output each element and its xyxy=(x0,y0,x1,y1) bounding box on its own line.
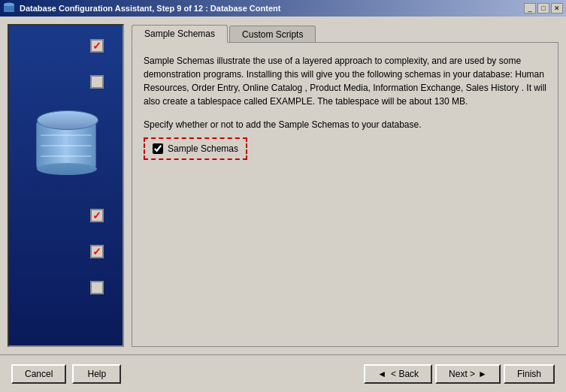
app-icon xyxy=(3,2,15,14)
bottom-right-buttons: ◄ < Back Next > ► Finish xyxy=(364,364,555,384)
right-panel: Sample Schemas Custom Scripts Sample Sch… xyxy=(132,24,558,347)
window-controls: _ □ ✕ xyxy=(524,3,563,14)
next-label: Next > xyxy=(449,369,475,379)
tab-content: Sample Schemas illustrate the use of a l… xyxy=(132,42,558,347)
step-item-3 xyxy=(17,209,115,222)
sample-schemas-checkbox[interactable] xyxy=(153,143,163,154)
step-item-2 xyxy=(17,75,115,89)
step-indicators xyxy=(9,39,123,294)
step-item-4 xyxy=(17,245,115,258)
finish-button[interactable]: Finish xyxy=(504,364,555,384)
svg-point-1 xyxy=(4,3,14,7)
step-item-5 xyxy=(17,281,115,294)
cancel-button[interactable]: Cancel xyxy=(11,364,66,384)
tab-custom-scripts[interactable]: Custom Scripts xyxy=(229,26,316,43)
back-button[interactable]: ◄ < Back xyxy=(364,364,432,384)
database-icon xyxy=(36,119,96,186)
help-button[interactable]: Help xyxy=(72,364,121,384)
tab-bar: Sample Schemas Custom Scripts xyxy=(132,24,558,42)
window-title: Database Configuration Assistant, Step 9… xyxy=(20,4,280,13)
next-button[interactable]: Next > ► xyxy=(435,364,501,384)
step-checkbox-2 xyxy=(90,75,104,89)
maximize-button[interactable]: □ xyxy=(537,3,549,14)
step-checkbox-5 xyxy=(90,281,104,294)
left-panel xyxy=(8,24,124,347)
step-item-1 xyxy=(17,39,115,53)
description-text: Sample Schemas illustrate the use of a l… xyxy=(144,54,546,108)
tab-sample-schemas[interactable]: Sample Schemas xyxy=(132,25,228,43)
minimize-button[interactable]: _ xyxy=(524,3,536,14)
sample-schemas-checkbox-area: Sample Schemas xyxy=(144,137,247,160)
sample-schemas-label[interactable]: Sample Schemas xyxy=(153,143,238,154)
step-checkbox-1 xyxy=(90,39,104,53)
step-checkbox-3 xyxy=(90,209,104,222)
next-arrow-icon: ► xyxy=(478,369,487,379)
bottom-left-buttons: Cancel Help xyxy=(11,364,121,384)
close-button[interactable]: ✕ xyxy=(551,3,563,14)
titlebar: Database Configuration Assistant, Step 9… xyxy=(0,0,566,17)
main-content: Sample Schemas Custom Scripts Sample Sch… xyxy=(0,17,566,354)
specify-text: Specify whether or not to add the Sample… xyxy=(144,119,546,130)
bottom-bar: Cancel Help ◄ < Back Next > ► Finish xyxy=(0,354,566,392)
back-arrow-icon: ◄ xyxy=(377,369,386,379)
step-checkbox-4 xyxy=(90,245,104,258)
